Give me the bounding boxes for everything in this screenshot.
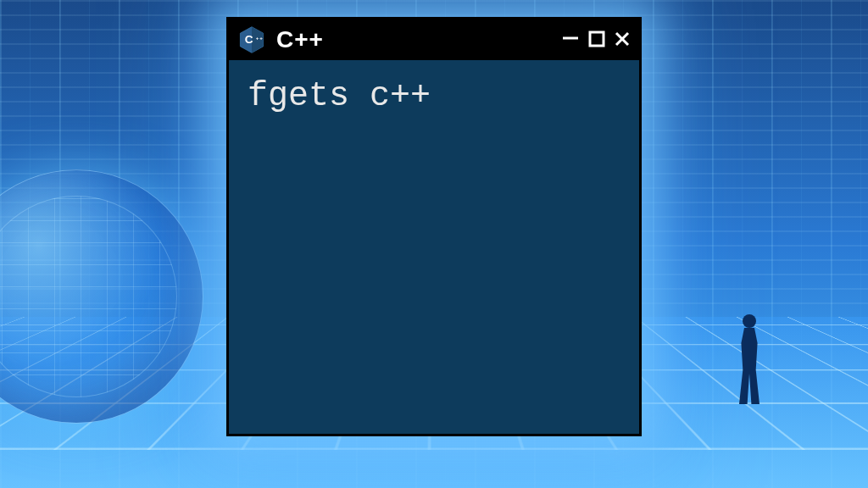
terminal-body[interactable]: fgets c++ bbox=[229, 60, 639, 434]
titlebar[interactable]: C + + C++ bbox=[229, 19, 639, 60]
close-button[interactable] bbox=[614, 29, 631, 51]
maximize-button[interactable] bbox=[588, 29, 605, 51]
svg-text:+: + bbox=[259, 35, 263, 41]
window-title: C++ bbox=[276, 26, 561, 53]
silhouette-person bbox=[732, 314, 766, 408]
terminal-window: C + + C++ fgets c++ bbox=[226, 17, 642, 436]
svg-text:+: + bbox=[256, 35, 259, 41]
svg-rect-6 bbox=[590, 32, 604, 46]
terminal-content: fgets c++ bbox=[248, 77, 620, 115]
svg-text:C: C bbox=[245, 33, 253, 46]
window-controls bbox=[561, 29, 631, 51]
minimize-button[interactable] bbox=[561, 29, 580, 51]
cpp-logo-icon: C + + bbox=[237, 25, 266, 54]
